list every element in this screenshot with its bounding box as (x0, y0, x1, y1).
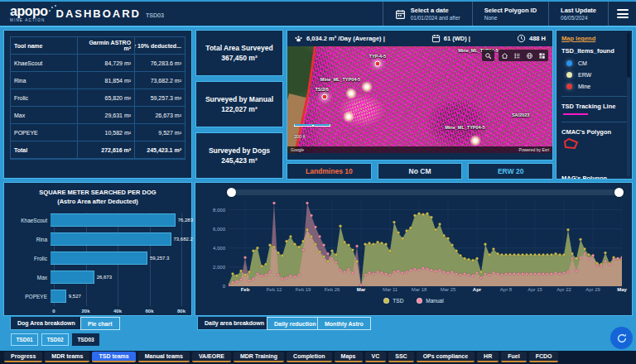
bar[interactable] (51, 290, 66, 303)
taskbar-item-fcdo[interactable]: FCDO (529, 352, 559, 362)
avg-per-day-stat: 6,034.2 m² /Day (Average) | (294, 34, 385, 43)
cm-counter[interactable]: No CM (378, 163, 463, 180)
bar-category-label: POPEYE (12, 294, 51, 299)
table-row[interactable]: POPEYE10,582 m²9,527 m² (11, 124, 185, 141)
stat-value: 245,423 m² (221, 156, 257, 165)
bar[interactable] (51, 271, 94, 284)
taskbar-item-vc[interactable]: VC (365, 352, 387, 362)
cell-tool-name: Max (11, 111, 77, 120)
basemap-icon[interactable] (523, 50, 536, 61)
bar-track: 76,283 (51, 213, 181, 227)
tab-pie-chart[interactable]: Pie chart (80, 317, 120, 330)
home-icon[interactable] (499, 50, 511, 61)
esri-attribution: Powered by Esri (519, 147, 549, 152)
hamburger-menu-icon[interactable] (608, 2, 636, 26)
glow-dot (470, 135, 481, 146)
tool-table-panel: Tool name Garmin ASTRO m² After 10% dedu… (3, 30, 192, 179)
erw-counter-label: ERW 20 (498, 167, 524, 175)
taskbar-item-tsd-teams[interactable]: TSD teams (92, 352, 135, 362)
y-tick-label: 4,000 (213, 246, 225, 251)
taskbar-item-ssc[interactable]: SSC (388, 352, 413, 362)
erw-counter[interactable]: ERW 20 (468, 163, 553, 180)
bar[interactable] (51, 232, 171, 246)
bar[interactable] (51, 251, 147, 265)
last-update: Last Update06/05/2024 (548, 2, 608, 26)
y-tick-label: 8,000 (213, 208, 225, 213)
slider-handle-left[interactable] (227, 188, 236, 197)
tab-tsd01[interactable]: TSD01 (11, 333, 38, 346)
logo-dots-decoration (48, 5, 56, 13)
tab-dog-area-breakdown[interactable]: Dog Area breakdown (10, 317, 83, 330)
map-canvas[interactable]: TYP-4-5Mine_ML_TYP04-5Mine_ML_TYP04-5TS/… (287, 46, 552, 153)
legend-scrollbar[interactable] (627, 32, 630, 177)
tab-monthly-astro[interactable]: Monthly Astro (317, 317, 371, 330)
x-tick-label: Apr 8 (500, 287, 512, 292)
tab-tsd03[interactable]: TSD03 (72, 333, 99, 346)
bar-chart-body: KhaeScout76,283Rina73,682.2Frolic59,257.… (12, 211, 183, 306)
cell-astro: 272,616 m² (77, 141, 134, 158)
tracking-line-label: TSD Tracking Line (561, 103, 627, 110)
map-legend-panel: Map legend TSD_Items_found CM ERW Mine T… (556, 30, 633, 180)
layers-icon[interactable] (511, 50, 523, 61)
legend-item-erw: ERW (561, 72, 627, 78)
bar-track: 9,527 (51, 290, 181, 303)
map-panel: 6,034.2 m² /Day (Average) | 61 (WD) | 48… (287, 30, 553, 160)
taskbar-item-mdr-teams[interactable]: MDR teams (45, 352, 89, 362)
table-header-row: Tool name Garmin ASTRO m² After 10% dedu… (11, 37, 185, 55)
y-tick-label: 0 (223, 284, 225, 289)
taskbar-item-fuel[interactable]: Fuel (501, 352, 526, 362)
tab-tsd02[interactable]: TSD02 (41, 333, 69, 346)
bar-value-label: 73,682.2 (174, 237, 193, 242)
table-row[interactable]: Max29,631 m²26,673 m² (11, 107, 185, 124)
stat-value: 122,027 m² (221, 105, 257, 113)
area-chart-legend: TSD Manual (195, 298, 632, 304)
landmines-counter[interactable]: Landmines 10 (287, 163, 372, 180)
date-filter[interactable]: Select a date01/01/2024 and after (383, 2, 472, 26)
taskbar-item-progress[interactable]: Progress (4, 352, 42, 362)
chart-range-slider[interactable] (229, 188, 622, 197)
scale-label: 200 ft (294, 134, 306, 139)
y-tick-label: 2,000 (213, 265, 225, 270)
table-row[interactable]: Frolic65,820 m²59,257.3 m² (11, 89, 185, 107)
x-tick-label: Feb 12 (267, 287, 282, 292)
refresh-button[interactable] (610, 327, 633, 349)
bar[interactable] (51, 213, 176, 227)
taskbar-item-maps[interactable]: Maps (335, 352, 363, 362)
grid-icon[interactable] (536, 50, 548, 61)
mine-dot (374, 60, 380, 66)
x-tick-label: 60k (145, 309, 153, 314)
bar-track: 26,673 (51, 271, 181, 284)
bar-row: KhaeScout76,283 (12, 211, 183, 230)
tab-daily-area-breakdown[interactable]: Daily area breakdown (197, 317, 272, 330)
table-row[interactable]: KhaeScout84,729 m²76,283.6 m² (11, 55, 185, 72)
search-icon[interactable] (482, 50, 494, 61)
mine-label: Mine (578, 84, 590, 89)
glow-dot (345, 88, 357, 99)
taskbar-item-ops-compliance[interactable]: OPs compliance (417, 352, 475, 362)
cell-deducted: 245,423.1 m² (134, 141, 185, 158)
legend-tsd-label: TSD (393, 298, 403, 304)
bar-track: 73,682.2 (51, 232, 181, 246)
polygon-filter[interactable]: Select Polygon IDNone (472, 2, 548, 26)
cell-tool-name: KhaeScout (11, 59, 77, 68)
table-row[interactable]: Rina81,854 m²73,682.2 m² (11, 72, 185, 89)
last-update-value: 06/05/2024 (561, 15, 596, 21)
x-tick-label: Mar 11 (383, 287, 398, 292)
taskbar-item-hr[interactable]: HR (477, 352, 499, 362)
tab-daily-reduction[interactable]: Daily reduction (267, 317, 324, 330)
area-chart-plot: 02,0004,0006,0008,000 (229, 200, 622, 286)
map-marker-label: Mine_ML_TYP04-5 (445, 125, 484, 130)
cell-tool-name: POPEYE (11, 128, 77, 137)
taskbar-item-manual-teams[interactable]: Manual teams (138, 352, 190, 362)
legend-tsd[interactable]: TSD (383, 298, 403, 304)
taskbar-item-va-eore[interactable]: VA/EORE (192, 352, 231, 362)
slider-track[interactable] (229, 189, 622, 195)
mine-dot-icon (566, 84, 572, 89)
table-row[interactable]: Total272,616 m²245,423.1 m² (11, 141, 185, 159)
taskbar-item-completion[interactable]: Completion (287, 352, 332, 362)
legend-manual[interactable]: Manual (417, 298, 443, 304)
slider-handle-right[interactable] (614, 188, 624, 197)
cm-dot-icon (566, 60, 572, 66)
tracking-line-swatch (563, 113, 588, 115)
taskbar-item-mdr-training[interactable]: MDR Training (234, 352, 284, 362)
